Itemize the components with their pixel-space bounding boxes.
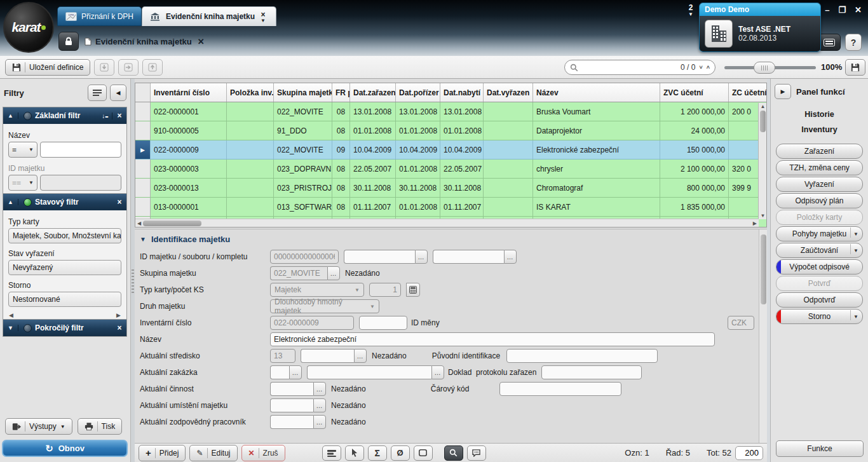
sort-icon[interactable]: ↓₌ <box>98 112 112 119</box>
panel-link-inventury[interactable]: Inventury <box>771 122 868 137</box>
ellipsis-lookup-button[interactable]: … <box>354 349 367 363</box>
column-header[interactable]: Dat.zařazen <box>350 83 396 102</box>
ellipsis-lookup-button[interactable]: … <box>313 398 326 412</box>
filter-menu-button[interactable] <box>88 85 107 101</box>
save-definition-button[interactable]: Uložení definice <box>5 59 90 76</box>
close-icon[interactable]: × <box>112 198 126 207</box>
scroll-left-icon[interactable]: ◀ <box>9 312 13 318</box>
lock-icon[interactable] <box>58 32 79 51</box>
function-button-potvr-[interactable]: Potvrď <box>776 276 863 291</box>
tab-priznani-k-dph[interactable]: DPH Přiznání k DPH <box>57 6 142 26</box>
column-header[interactable]: FR p <box>332 83 350 102</box>
cursor-button[interactable] <box>345 445 364 461</box>
scroll-left-icon[interactable]: ◀ <box>135 221 143 226</box>
panel-hscrollbar[interactable]: ◀ ▶ <box>8 312 121 318</box>
funkce-button[interactable]: Funkce <box>776 440 864 457</box>
nazev-filter-input[interactable] <box>40 142 121 158</box>
calculator-button[interactable] <box>406 283 420 297</box>
table-row[interactable]: 023-0000013023_PRISTROJ0830.11.200830.11… <box>135 179 767 198</box>
refresh-button[interactable]: ↻ Obnov <box>2 440 128 457</box>
ellipsis-lookup-button[interactable]: … <box>327 266 340 280</box>
basic-filter-header[interactable]: ▲ Základní filtr ↓₌ × <box>3 107 126 124</box>
table-row[interactable]: 910-000000591_DDO0801.01.200801.01.20080… <box>135 121 767 140</box>
window-close-icon[interactable]: ✕ <box>198 37 205 46</box>
import-down-button[interactable] <box>94 59 114 76</box>
column-header[interactable]: ZC účetní <box>729 83 767 102</box>
minimize-button[interactable]: – <box>825 5 829 15</box>
form-input[interactable] <box>369 283 401 297</box>
detail-vertical-scrollbar[interactable] <box>759 229 767 444</box>
comment-button[interactable] <box>467 445 486 461</box>
form-input[interactable] <box>301 349 354 363</box>
state-filter-header[interactable]: ▲ Stavový filtr × <box>3 194 126 210</box>
form-input[interactable] <box>506 349 658 363</box>
export-right-button[interactable] <box>118 59 139 76</box>
collapse-icon[interactable]: ▲ <box>3 199 18 205</box>
function-button-tzh-zm-na-ceny[interactable]: TZH, změna ceny <box>776 160 863 175</box>
function-button-polo-ky-karty[interactable]: Položky karty <box>776 210 863 225</box>
form-input[interactable] <box>270 316 354 330</box>
collapse-sidebar-button[interactable]: ◀ <box>110 85 126 101</box>
function-button-odpotvr-[interactable]: Odpotvrď <box>776 292 863 308</box>
table-row[interactable]: 022-0000001022_MOVITE0813.01.200813.01.2… <box>135 102 767 121</box>
form-input[interactable] <box>307 365 431 379</box>
table-row[interactable]: 013-0000001013_SOFTWARE0801.11.200701.01… <box>135 198 767 217</box>
ellipsis-lookup-button[interactable]: … <box>504 250 517 264</box>
zoom-slider[interactable] <box>724 66 816 69</box>
ellipsis-lookup-button[interactable]: … <box>415 250 428 264</box>
scrollbar-thumb[interactable] <box>760 111 766 132</box>
scroll-down-icon[interactable]: ▼ <box>759 213 767 219</box>
ellipsis-lookup-button[interactable]: … <box>431 365 444 379</box>
form-input[interactable] <box>270 250 339 264</box>
panel-link-historie[interactable]: Historie <box>771 107 868 122</box>
search-next-icon[interactable]: ˅ <box>699 64 702 71</box>
form-input[interactable] <box>270 415 313 429</box>
tab-pin-icon[interactable]: ▼ <box>261 18 266 23</box>
function-button-storno[interactable]: Storno▼ <box>776 309 863 324</box>
tab-evidencni-kniha-majetku[interactable]: Evidenční kniha majetku × ▼ <box>142 6 276 26</box>
edit-record-button[interactable]: ✎ Edituj <box>189 445 237 461</box>
form-input[interactable] <box>728 316 754 330</box>
form-input[interactable] <box>359 316 407 330</box>
rows-button[interactable] <box>322 445 341 461</box>
table-horizontal-scrollbar[interactable]: ◀ ▶ <box>135 219 759 227</box>
print-button[interactable]: Tisk <box>78 418 123 435</box>
table-row[interactable]: 023-0000003023_DOPRAVNI0822.05.200701.01… <box>135 160 767 179</box>
page-size-input[interactable] <box>735 446 763 460</box>
search-input[interactable] <box>582 63 677 72</box>
expand-icon[interactable]: ▼ <box>3 325 18 331</box>
scroll-right-icon[interactable]: ▶ <box>751 221 759 226</box>
form-input[interactable] <box>270 332 715 346</box>
operator-select[interactable]: =▼ <box>8 142 37 158</box>
window-title[interactable]: Evidenční kniha majetku <box>85 37 192 46</box>
column-header[interactable]: Název <box>533 83 660 102</box>
form-select[interactable]: Majetek▼ <box>270 283 364 297</box>
form-select[interactable]: Dlouhodobý hmotný majetek▼ <box>270 299 379 313</box>
help-button[interactable]: ? <box>845 34 862 51</box>
cancel-record-button[interactable]: ✕ Zruš <box>241 445 285 461</box>
form-input[interactable] <box>270 349 295 363</box>
function-button-v-po-et-odpisov-[interactable]: Výpočet odpisové <box>776 259 863 275</box>
storno-value[interactable]: Nestornované <box>8 292 121 307</box>
save-layout-button[interactable] <box>845 59 865 76</box>
search-prev-icon[interactable]: ˄ <box>707 64 710 71</box>
close-icon[interactable]: × <box>112 111 126 120</box>
scrollbar-thumb[interactable] <box>143 221 201 226</box>
scroll-right-icon[interactable]: ▶ <box>116 312 121 318</box>
function-button-za-tov-n-[interactable]: Zaúčtování▼ <box>776 243 863 258</box>
column-header[interactable]: Inventární číslo <box>151 83 227 102</box>
rect-button[interactable] <box>414 445 433 461</box>
function-button-za-azen-[interactable]: Zařazení <box>776 144 863 159</box>
keyboard-button[interactable] <box>818 34 841 51</box>
tab-close-icon[interactable]: × <box>261 11 266 18</box>
outputs-button[interactable]: Výstupy ▼ <box>5 418 72 435</box>
advanced-filter-header[interactable]: ▼ Pokročilý filtr × <box>3 320 126 336</box>
typ-karty-value[interactable]: Majetek, Soubor, Množstevní ka <box>8 228 121 243</box>
id-majetku-filter-input[interactable] <box>40 175 121 191</box>
close-button[interactable]: ✕ <box>855 5 862 15</box>
table-vertical-scrollbar[interactable]: ▲ ▼ <box>758 103 766 219</box>
ellipsis-lookup-button[interactable]: … <box>289 365 302 379</box>
form-input[interactable] <box>270 266 327 280</box>
form-input[interactable] <box>270 382 313 396</box>
column-header[interactable]: Dat.vyřazen <box>484 83 533 102</box>
